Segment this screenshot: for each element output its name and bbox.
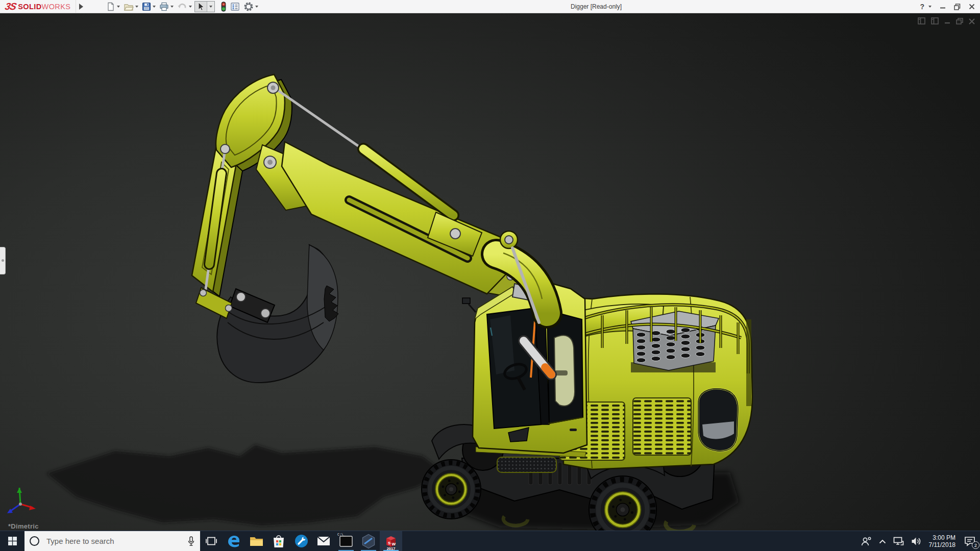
options-dropdown-caret[interactable] <box>255 6 258 8</box>
network-button[interactable] <box>890 531 908 551</box>
taskbar-search-input[interactable]: Type here to search <box>24 531 200 551</box>
select-cursor-segment[interactable] <box>195 2 207 12</box>
file-properties-icon <box>230 2 240 11</box>
minimize-icon <box>944 18 950 24</box>
open-button[interactable] <box>122 1 139 13</box>
side-mirror <box>462 298 470 304</box>
file-explorer-icon <box>250 536 263 547</box>
chevron-up-icon <box>879 539 886 544</box>
graphics-viewport[interactable]: *Dimetric <box>0 13 980 531</box>
save-floppy-icon <box>142 2 151 11</box>
open-folder-icon <box>124 2 134 11</box>
restore-button[interactable] <box>954 4 961 10</box>
print-dropdown-caret[interactable] <box>170 6 174 8</box>
document-window-controls <box>918 17 975 27</box>
undo-button[interactable] <box>176 1 193 13</box>
people-button[interactable] <box>857 531 875 551</box>
microphone-icon[interactable] <box>187 536 195 546</box>
close-icon <box>969 18 975 24</box>
system-tray: 3:00 PM 7/11/2018 2 <box>857 531 980 551</box>
select-dropdown-segment[interactable] <box>207 2 214 12</box>
app-titlebar: 3S SOLID WORKS <box>0 0 980 13</box>
orientation-triad <box>7 488 36 513</box>
undo-dropdown-caret[interactable] <box>189 6 192 8</box>
speaker-icon <box>911 537 921 546</box>
doc-restore-button[interactable] <box>956 17 963 27</box>
command-prompt-icon <box>339 536 353 547</box>
help-button[interactable]: ? <box>920 3 924 11</box>
task-view-icon <box>206 537 217 545</box>
taskbar-app-store[interactable] <box>267 531 290 551</box>
taskbar-app-edge[interactable] <box>223 531 245 551</box>
command-prompt-text: C:\_ <box>337 533 346 537</box>
open-dropdown-caret[interactable] <box>135 6 138 8</box>
windows-taskbar: Type here to search <box>0 531 980 551</box>
window-title: Digger [Read-only] <box>571 0 622 13</box>
menu-expand-arrow-icon[interactable] <box>79 4 83 10</box>
doc-minimize-button[interactable] <box>944 17 950 27</box>
standard-toolbar <box>105 0 259 13</box>
minimize-icon <box>940 4 946 10</box>
pane-toggle-2-button[interactable] <box>931 17 939 27</box>
select-tool-button[interactable] <box>194 1 215 12</box>
close-button[interactable] <box>969 4 975 10</box>
print-button[interactable] <box>158 1 175 13</box>
clock-time: 3:00 PM <box>929 534 956 541</box>
cortana-icon <box>30 536 39 546</box>
taskbar-app-hexagon-viewer[interactable] <box>357 531 380 551</box>
restore-icon <box>956 18 963 24</box>
front-wheel <box>422 460 481 519</box>
pane-toggle-1-button[interactable] <box>918 17 925 27</box>
svg-text:S: S <box>388 541 391 545</box>
doc-close-button[interactable] <box>969 17 975 27</box>
people-icon <box>861 536 872 546</box>
minimize-button[interactable] <box>940 4 946 10</box>
save-button[interactable] <box>141 1 157 13</box>
taskbar-app-file-explorer[interactable] <box>245 531 267 551</box>
logo-separator <box>76 0 76 13</box>
taskbar-app-command-prompt[interactable]: C:\_ <box>335 531 357 551</box>
options-gear-icon <box>243 2 254 12</box>
taskbar-app-settings-tool[interactable] <box>290 531 312 551</box>
pane-icon <box>918 17 925 24</box>
new-document-button[interactable] <box>105 1 121 13</box>
options-button[interactable] <box>242 1 259 13</box>
clock[interactable]: 3:00 PM 7/11/2018 <box>925 534 960 548</box>
help-dropdown-caret[interactable] <box>928 6 932 8</box>
new-dropdown-caret[interactable] <box>117 6 120 8</box>
rebuild-button[interactable] <box>219 1 228 13</box>
wrench-circle-icon <box>295 534 308 548</box>
view-orientation-label: *Dimetric <box>8 522 39 530</box>
taskbar-app-solidworks[interactable]: S W 2017 <box>380 531 402 551</box>
mail-icon <box>317 536 330 546</box>
windows-logo-icon <box>8 537 17 545</box>
traffic-light-icon <box>220 2 227 12</box>
volume-button[interactable] <box>908 531 925 551</box>
search-placeholder-text: Type here to search <box>46 537 187 545</box>
cab[interactable] <box>462 282 587 453</box>
task-view-button[interactable] <box>200 531 223 551</box>
print-icon <box>159 2 169 11</box>
door-handle <box>570 429 577 431</box>
svg-text:W: W <box>392 542 396 546</box>
action-center-button[interactable]: 2 <box>960 531 980 551</box>
network-icon <box>893 537 904 546</box>
file-properties-button[interactable] <box>229 1 241 13</box>
store-icon <box>273 535 285 548</box>
taskbar-app-mail[interactable] <box>312 531 335 551</box>
restore-icon <box>954 4 961 10</box>
start-button[interactable] <box>0 531 24 551</box>
select-dropdown-caret <box>209 6 212 8</box>
pane-icon <box>931 17 939 24</box>
window-controls: ? <box>920 0 975 13</box>
front-step-grille <box>497 457 556 472</box>
bucket[interactable] <box>217 245 338 383</box>
select-cursor-icon <box>197 2 205 11</box>
new-document-icon <box>106 2 115 11</box>
excavator-body[interactable] <box>422 261 752 531</box>
tray-overflow-button[interactable] <box>875 531 890 551</box>
collapsed-panel-tab[interactable] <box>0 247 6 274</box>
close-icon <box>969 4 975 10</box>
excavator-model[interactable] <box>0 13 980 531</box>
save-dropdown-caret[interactable] <box>153 6 156 8</box>
